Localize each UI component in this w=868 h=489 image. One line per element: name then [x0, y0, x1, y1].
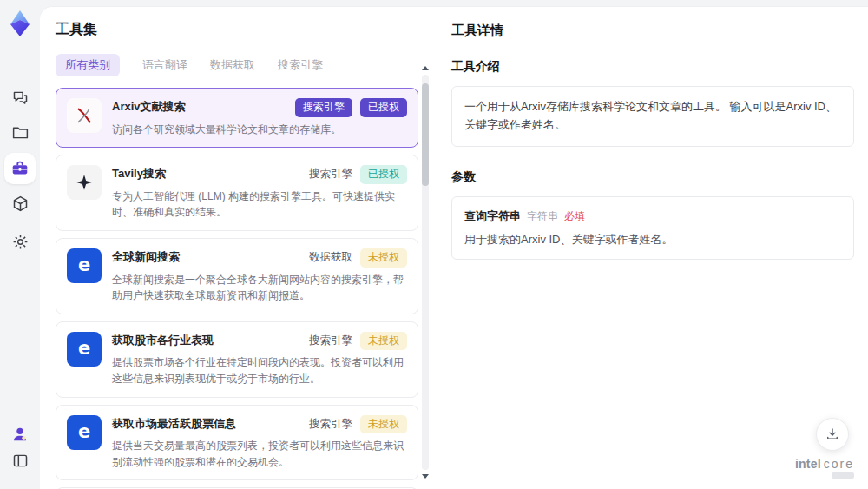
tab-all-categories[interactable]: 所有类别 — [56, 54, 120, 76]
tool-card-global-news[interactable]: e 全球新闻搜索 数据获取 未授权 全球新闻搜索是一个聚合全球各大新闻网站内容的… — [56, 238, 418, 314]
params-heading: 参数 — [451, 169, 854, 185]
param-desc: 用于搜索的Arxiv ID、关键字或作者姓名。 — [464, 232, 841, 248]
category-label: 数据获取 — [309, 250, 352, 265]
collapse-panel-icon[interactable] — [10, 450, 30, 471]
tool-name: Tavily搜索 — [112, 165, 166, 182]
tab-translation[interactable]: 语言翻译 — [142, 54, 187, 76]
tool-name: Arxiv文献搜索 — [112, 98, 186, 115]
status-badge: 未授权 — [360, 415, 407, 434]
package-icon[interactable] — [10, 193, 30, 214]
status-badge: 已授权 — [360, 98, 407, 117]
category-tabs: 所有类别 语言翻译 数据获取 搜索引擎 — [56, 54, 437, 76]
settings-gear-icon[interactable] — [10, 231, 30, 252]
tab-search-engine[interactable]: 搜索引擎 — [278, 54, 323, 76]
intro-text: 一个用于从Arxiv存储库搜索科学论文和文章的工具。 输入可以是Arxiv ID… — [464, 98, 841, 135]
status-badge: 未授权 — [360, 248, 407, 268]
tool-card-active-stocks[interactable]: e 获取市场最活跃股票信息 搜索引擎 未授权 提供当天交易量最高的股票列表，投资… — [56, 405, 418, 481]
main-panel: 工具集 所有类别 语言翻译 数据获取 搜索引擎 Arxiv文献搜索 — [40, 7, 868, 489]
folder-icon[interactable] — [10, 122, 30, 142]
tool-desc: 提供股票市场各个行业在特定时间段内的表现。投资者可以利用这些信息来识别表现优于或… — [112, 354, 407, 387]
detail-title: 工具详情 — [451, 23, 854, 39]
tool-name: 获取股市各行业表现 — [112, 332, 214, 348]
list-scrollbar[interactable] — [422, 68, 429, 477]
download-icon — [825, 426, 840, 442]
stock-app-icon: e — [67, 332, 102, 367]
tool-name: 全球新闻搜索 — [112, 248, 180, 265]
tab-data-fetch[interactable]: 数据获取 — [210, 54, 255, 76]
app-logo-icon — [5, 9, 35, 38]
param-type: 字符串 — [527, 209, 558, 224]
tool-desc: 访问各个研究领域大量科学论文和文章的存储库。 — [112, 122, 407, 138]
scroll-up-icon[interactable] — [422, 66, 429, 70]
stock-app-icon: e — [67, 415, 102, 450]
chat-icon[interactable] — [10, 87, 30, 108]
scroll-down-icon[interactable] — [422, 474, 429, 479]
category-label: 搜索引擎 — [309, 417, 352, 432]
news-app-icon: e — [67, 248, 102, 283]
nav-rail — [0, 0, 40, 489]
four-point-star-icon — [67, 165, 102, 200]
tool-name: 获取市场最活跃股票信息 — [112, 415, 236, 432]
download-button[interactable] — [816, 418, 849, 451]
scrollbar-track[interactable] — [422, 75, 429, 470]
tool-list-panel: 工具集 所有类别 语言翻译 数据获取 搜索引擎 Arxiv文献搜索 — [40, 7, 437, 489]
status-badge: 已授权 — [360, 165, 407, 184]
tool-list: Arxiv文献搜索 搜索引擎 已授权 访问各个研究领域大量科学论文和文章的存储库… — [56, 88, 418, 489]
intro-heading: 工具介绍 — [451, 59, 854, 75]
param-required-badge: 必填 — [564, 209, 585, 224]
intel-core-logo: intelcore — [795, 458, 854, 479]
tool-detail-panel: 工具详情 工具介绍 一个用于从Arxiv存储库搜索科学论文和文章的工具。 输入可… — [437, 7, 868, 489]
tool-desc: 专为人工智能代理 (LLM) 构建的搜索引擎工具。可快速提供实时、准确和真实的结… — [112, 188, 407, 221]
param-box: 查询字符串 字符串 必填 用于搜索的Arxiv ID、关键字或作者姓名。 — [451, 196, 854, 260]
tool-card-tavily[interactable]: Tavily搜索 搜索引擎 已授权 专为人工智能代理 (LLM) 构建的搜索引擎… — [56, 155, 418, 231]
intel-logo-sub-badge — [832, 472, 854, 479]
category-label: 搜索引擎 — [309, 334, 352, 348]
arxiv-logo-icon — [67, 98, 102, 133]
tool-card-sector-performance[interactable]: e 获取股市各行业表现 搜索引擎 未授权 提供股票市场各个行业在特定时间段内的表… — [56, 321, 418, 398]
intro-box: 一个用于从Arxiv存储库搜索科学论文和文章的工具。 输入可以是Arxiv ID… — [451, 86, 854, 147]
toolbox-icon-active[interactable] — [4, 153, 36, 184]
user-avatar-icon[interactable] — [10, 424, 30, 445]
category-label: 搜索引擎 — [309, 167, 352, 182]
scrollbar-thumb[interactable] — [422, 83, 429, 186]
tool-desc: 全球新闻搜索是一个聚合全球各大新闻网站内容的搜索引擎，帮助用户快速获取全球最新资… — [112, 272, 407, 304]
page-title: 工具集 — [56, 21, 437, 39]
status-badge: 未授权 — [360, 332, 407, 351]
param-name: 查询字符串 — [464, 208, 521, 224]
tool-desc: 提供当天交易量最高的股票列表，投资者可以利用这些信息来识别流动性强的股票和潜在的… — [112, 438, 407, 470]
category-badge: 搜索引擎 — [295, 98, 352, 117]
tool-card-arxiv[interactable]: Arxiv文献搜索 搜索引擎 已授权 访问各个研究领域大量科学论文和文章的存储库… — [56, 88, 418, 148]
